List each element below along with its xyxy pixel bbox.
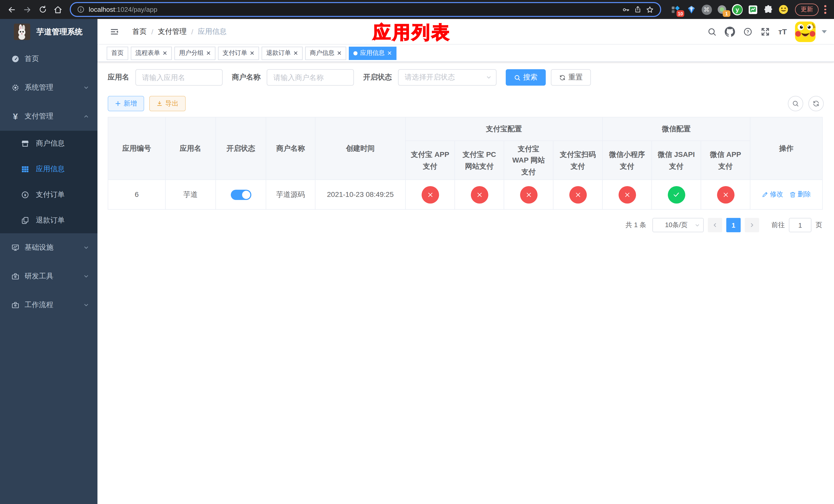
refresh-table-button[interactable] [808, 96, 824, 111]
sidebar-logo[interactable]: 芋道管理系统 [0, 19, 97, 45]
chevron-up-icon [83, 113, 89, 119]
search-button[interactable]: 搜索 [506, 69, 546, 86]
back-button[interactable] [5, 3, 19, 16]
svg-text:?: ? [747, 29, 749, 34]
url-text[interactable]: localhost:1024/pay/app [89, 6, 618, 13]
col-alipay-wap: 支付宝 WAP 网站支付 [504, 141, 553, 180]
tag-process-form[interactable]: 流程表单 [131, 46, 172, 60]
reset-button[interactable]: 重置 [551, 69, 591, 86]
sidebar-item-pay-order[interactable]: ¥ 支付订单 [0, 182, 97, 208]
status-toggle[interactable] [231, 189, 251, 200]
disabled-icon [569, 186, 587, 203]
app-name-input[interactable] [135, 69, 223, 86]
disabled-icon [717, 186, 734, 203]
address-bar[interactable]: localhost:1024/pay/app [70, 2, 661, 17]
page-size-select[interactable]: 10条/页 [653, 218, 704, 232]
status-select[interactable]: 请选择开启状态 [398, 69, 497, 86]
reload-icon [38, 5, 47, 14]
sidebar-item-app-info[interactable]: 应用信息 [0, 156, 97, 182]
page-number-button[interactable]: 1 [726, 218, 741, 232]
bookmark-star-icon[interactable] [646, 5, 654, 14]
col-app-id: 应用编号 [108, 117, 166, 180]
export-button[interactable]: 导出 [149, 96, 186, 111]
next-page-button[interactable] [745, 218, 759, 232]
sidebar: 芋道管理系统 首页 系统管理 ¥ 支付管理 [0, 19, 97, 504]
search-form: 应用名 商户名称 开启状态 请选择开启状态 [108, 69, 824, 86]
share-icon[interactable] [634, 6, 642, 13]
merchant-name-input[interactable] [267, 69, 354, 86]
breadcrumb-home[interactable]: 首页 [132, 27, 147, 36]
extension-puzzle-icon[interactable] [763, 4, 773, 15]
sidebar-item-workflow[interactable]: 工作流程 [0, 291, 97, 319]
extension-chart-icon[interactable] [747, 4, 758, 15]
sidebar-item-merchant-info[interactable]: 商户信息 [0, 131, 97, 156]
tag-close-icon[interactable] [250, 51, 255, 55]
reload-button[interactable] [36, 3, 49, 16]
show-search-button[interactable] [788, 96, 803, 111]
col-actions: 操作 [750, 117, 822, 180]
disabled-icon [470, 186, 488, 203]
tag-app-info[interactable]: 应用信息 [349, 46, 396, 60]
tag-label: 退款订单 [266, 49, 291, 58]
extension-command-icon[interactable]: ⌘ [701, 4, 712, 15]
extension-yudao-icon[interactable]: y [732, 4, 743, 15]
prev-page-button[interactable] [708, 218, 722, 232]
avatar-caret-icon[interactable] [822, 30, 827, 33]
goto-label: 前往 [771, 221, 785, 230]
header-search-icon[interactable] [707, 27, 717, 36]
font-size-icon[interactable]: тT [778, 27, 787, 36]
tag-home[interactable]: 首页 [107, 46, 128, 60]
sidebar-collapse-button[interactable] [105, 27, 124, 36]
pagination-total: 共 1 条 [626, 221, 646, 230]
extension-emoji-icon[interactable] [778, 4, 789, 15]
tag-close-icon[interactable] [162, 51, 167, 55]
tag-close-icon[interactable] [387, 51, 392, 55]
cell-wechat-jsapi [652, 180, 701, 209]
edit-button[interactable]: 修改 [762, 189, 783, 200]
cell-actions: 修改 删除 [750, 180, 822, 209]
sidebar-item-label: 基础设施 [25, 243, 83, 252]
page-info-icon[interactable] [77, 6, 85, 13]
help-icon[interactable]: ? [744, 27, 753, 36]
extension-recorder-icon[interactable]: 1 [717, 4, 727, 15]
sidebar-item-label: 商户信息 [36, 139, 65, 148]
tag-merchant-info[interactable]: 商户信息 [305, 46, 346, 60]
chevron-down-icon [83, 302, 89, 308]
github-icon[interactable] [725, 26, 735, 37]
goto-page-input[interactable] [789, 218, 811, 232]
tag-pay-order[interactable]: 支付订单 [218, 46, 259, 60]
forward-button[interactable] [21, 3, 34, 16]
tag-close-icon[interactable] [293, 51, 298, 55]
add-button[interactable]: 新增 [108, 96, 144, 111]
page-size-value: 10条/页 [658, 221, 695, 230]
extension-gem-icon[interactable] [686, 4, 697, 15]
sidebar-item-home[interactable]: 首页 [0, 45, 97, 73]
home-icon [53, 5, 63, 14]
tag-refund-order[interactable]: 退款订单 [262, 46, 303, 60]
sidebar-item-label: 支付订单 [36, 190, 65, 200]
sidebar-item-payment[interactable]: ¥ 支付管理 [0, 102, 97, 131]
sidebar-item-dev-tools[interactable]: 研发工具 [0, 262, 97, 291]
user-avatar[interactable] [795, 21, 815, 42]
sidebar-item-refund-order[interactable]: 退款订单 [0, 208, 97, 233]
home-button[interactable] [51, 3, 65, 16]
fullscreen-icon[interactable] [761, 27, 770, 36]
extension-devtools-icon[interactable]: 10 [671, 4, 681, 15]
browser-update-button[interactable]: 更新 [795, 3, 819, 16]
chevron-right-icon [749, 222, 755, 228]
col-status: 开启状态 [216, 117, 266, 180]
breadcrumb-payment[interactable]: 支付管理 [158, 27, 187, 36]
password-key-icon[interactable] [622, 5, 630, 14]
cell-create-time: 2021-10-23 08:49:25 [315, 180, 405, 209]
sidebar-item-infrastructure[interactable]: 基础设施 [0, 233, 97, 262]
page-annotation-title: 应用列表 [373, 21, 451, 45]
tag-close-icon[interactable] [337, 51, 342, 55]
delete-button[interactable]: 删除 [789, 189, 811, 200]
col-wechat-lite: 微信小程序支付 [602, 141, 652, 180]
active-tag-dot [353, 51, 357, 55]
sidebar-item-system[interactable]: 系统管理 [0, 73, 97, 102]
download-icon [156, 100, 162, 107]
tag-close-icon[interactable] [206, 51, 211, 55]
browser-menu-button[interactable] [822, 5, 829, 14]
tag-user-group[interactable]: 用户分组 [174, 46, 215, 60]
